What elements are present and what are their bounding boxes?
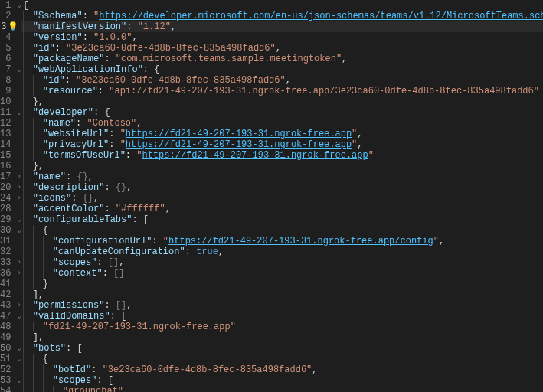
code-line[interactable]: { [21, 225, 543, 236]
json-token: , [93, 193, 99, 204]
code-line[interactable]: "$schema": "https://developer.microsoft.… [21, 11, 543, 21]
json-token: : [103, 268, 113, 279]
url-link[interactable]: https://fd21-49-207-193-31.ngrok-free.ap… [126, 139, 352, 150]
code-line[interactable]: "configurableTabs": [ [21, 214, 543, 225]
json-token: : [104, 182, 115, 193]
json-key: "manifestVersion" [33, 21, 126, 32]
url-link[interactable]: https://developer.microsoft.com/en-us/js… [99, 11, 543, 21]
json-token: , [126, 182, 132, 193]
url-link[interactable]: https://fd21-49-207-193-31.ngrok-free.ap… [168, 236, 433, 247]
json-token: , [276, 43, 281, 54]
code-line[interactable]: }, [21, 161, 543, 172]
json-token: , [357, 139, 362, 150]
line-number: 42 [0, 289, 17, 300]
code-line[interactable]: { [21, 0, 543, 11]
json-token: : [65, 75, 76, 86]
json-token: " [163, 236, 168, 247]
line-number: 33 [0, 257, 17, 268]
json-key: "name" [33, 172, 66, 182]
line-number: 13 [0, 129, 17, 139]
code-line[interactable]: "version": "1.0.0", [21, 32, 543, 43]
url-link[interactable]: https://fd21-49-207-193-31.ngrok-free.ap… [142, 150, 368, 161]
folded-placeholder[interactable]: [] [116, 300, 126, 311]
json-token: " [120, 129, 126, 139]
code-line[interactable]: "id": "3e23ca60-0dfe-4d8b-8fec-835a498fa… [21, 43, 543, 54]
line-number: 9 [0, 86, 17, 96]
code-line[interactable]: "validDomains": [ [21, 311, 543, 322]
code-line[interactable]: "bots": [ [21, 343, 543, 354]
json-token: "com.microsoft.teams.sample.meetingtoken… [116, 54, 342, 64]
json-token: , [357, 129, 362, 139]
json-key: "websiteUrl" [43, 129, 109, 139]
code-line[interactable]: "resource": "api://fd21-49-207-193-31.ng… [21, 86, 543, 96]
line-number: 1 [0, 0, 17, 11]
json-token: : [91, 364, 102, 375]
json-token: : [96, 257, 107, 268]
code-line[interactable]: } [21, 279, 543, 289]
line-number: 3💡 [0, 21, 17, 32]
url-link[interactable]: https://fd21-49-207-193-31.ngrok-free.ap… [126, 129, 352, 139]
code-line[interactable]: "termsOfUseUrl": "https://fd21-49-207-19… [21, 150, 543, 161]
line-number: 5 [0, 43, 17, 54]
line-number: 30 [0, 225, 17, 236]
json-token: "3e23ca60-0dfe-4d8b-8fec-835a498fadd6" [76, 75, 286, 86]
code-line[interactable]: ], [21, 289, 543, 300]
json-token: " [120, 139, 126, 150]
json-token: : [ [96, 375, 113, 386]
code-line[interactable]: "manifestVersion": "1.12", [21, 21, 543, 32]
folded-placeholder[interactable]: {} [77, 172, 87, 182]
line-number: 2 [0, 11, 17, 21]
code-line[interactable]: "context": [] [21, 268, 543, 279]
code-line[interactable]: "canUpdateConfiguration": true, [21, 247, 543, 257]
code-line[interactable]: "configurationUrl": "https://fd21-49-207… [21, 236, 543, 247]
code-line[interactable]: "accentColor": "#ffffff", [21, 204, 543, 214]
folded-placeholder[interactable]: [] [113, 268, 124, 279]
json-key: "id" [33, 43, 55, 54]
line-number: 24 [0, 193, 17, 204]
json-token: "api://fd21-49-207-193-31.ngrok-free.app… [109, 86, 539, 96]
lightbulb-icon[interactable]: 💡 [8, 21, 18, 32]
folded-placeholder[interactable]: {} [116, 182, 126, 193]
code-line[interactable]: "name": {}, [21, 172, 543, 182]
line-number: 41 [0, 279, 17, 289]
json-token: , [136, 118, 142, 129]
code-line[interactable]: "webApplicationInfo": { [21, 64, 543, 75]
code-line[interactable]: "name": "Contoso", [21, 118, 543, 129]
code-line[interactable]: "groupchat" [21, 386, 543, 392]
code-editor[interactable]: 123💡456789101112131415161720242829303132… [0, 0, 543, 392]
json-token: , [171, 21, 176, 32]
code-line[interactable]: "scopes": [ [21, 375, 543, 386]
json-token: , [439, 236, 444, 247]
json-token: : { [93, 107, 110, 118]
code-area[interactable]: { "$schema": "https://developer.microsof… [21, 0, 543, 392]
json-token: { [43, 225, 48, 236]
code-line[interactable]: "scopes": [], [21, 257, 543, 268]
code-line[interactable]: }, [21, 96, 543, 107]
line-number: 32 [0, 247, 17, 257]
json-key: "canUpdateConfiguration" [53, 247, 185, 257]
code-line[interactable]: ], [21, 332, 543, 343]
code-line[interactable]: "icons": {}, [21, 193, 543, 204]
json-key: "permissions" [33, 300, 105, 311]
json-token: : [ [132, 214, 149, 225]
json-token: : [104, 54, 115, 64]
json-token: : [109, 129, 119, 139]
code-line[interactable]: "packageName": "com.microsoft.teams.samp… [21, 54, 543, 64]
json-key: "$schema" [33, 11, 83, 21]
code-line[interactable]: { [21, 354, 543, 364]
json-token: }, [33, 96, 44, 107]
folded-placeholder[interactable]: {} [83, 193, 93, 204]
code-line[interactable]: "privacyUrl": "https://fd21-49-207-193-3… [21, 139, 543, 150]
json-token: { [43, 354, 48, 364]
code-line[interactable]: "botId": "3e23ca60-0dfe-4d8b-8fec-835a49… [21, 364, 543, 375]
json-token: : [76, 118, 87, 129]
json-token: , [312, 364, 317, 375]
folded-placeholder[interactable]: [] [108, 257, 119, 268]
code-line[interactable]: "websiteUrl": "https://fd21-49-207-193-3… [21, 129, 543, 139]
code-line[interactable]: "permissions": [], [21, 300, 543, 311]
code-line[interactable]: "description": {}, [21, 182, 543, 193]
code-line[interactable]: "fd21-49-207-193-31.ngrok-free.app" [21, 322, 543, 332]
code-line[interactable]: "developer": { [21, 107, 543, 118]
json-token: "fd21-49-207-193-31.ngrok-free.app" [43, 322, 236, 332]
code-line[interactable]: "id": "3e23ca60-0dfe-4d8b-8fec-835a498fa… [21, 75, 543, 86]
